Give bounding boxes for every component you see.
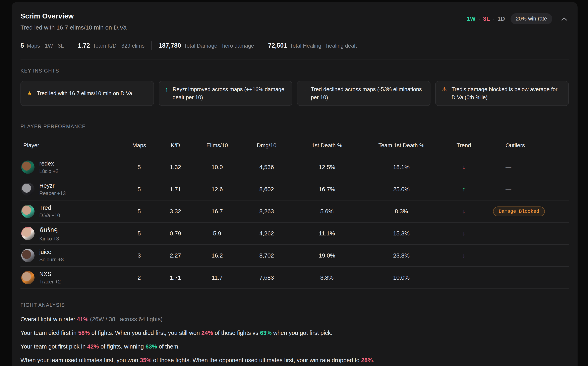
stat-divider <box>261 41 261 50</box>
stat-divider <box>151 41 152 50</box>
insight-text: Tred's damage blocked is below average f… <box>452 85 562 101</box>
player-heroes: Sojourn +8 <box>39 257 64 263</box>
outliers-cell: — <box>485 252 568 259</box>
header-left: Scrim Overview Tred led with 16.7 elims/… <box>21 12 127 31</box>
insight-card-improved: ↑ Reyzr improved across maps (++16% dama… <box>159 81 292 106</box>
dmg10-cell: 4,536 <box>240 164 293 171</box>
player-cell: NXS Tracer +2 <box>21 271 122 285</box>
collapse-chevron-icon[interactable] <box>559 15 569 23</box>
column-header-trend: Trend <box>442 138 485 156</box>
trend-arrow-icon: ↓ <box>442 208 485 215</box>
table-row: ฉันรักคุ Kiriko +3 5 0.79 5.9 4,262 11.1… <box>21 222 569 244</box>
avatar <box>21 227 35 240</box>
dmg10-cell: 8,702 <box>240 252 293 259</box>
elims10-cell: 16.7 <box>194 208 240 215</box>
header-right: 1W · 3L · 1D 20% win rate <box>467 13 569 24</box>
table-row: juice Sojourn +8 3 2.27 16.2 8,702 19.0%… <box>21 244 569 266</box>
maps-cell: 5 <box>122 208 156 215</box>
fight-analysis-section-label: FIGHT ANALYSIS <box>21 302 569 308</box>
team-first-death-cell: 10.0% <box>361 274 442 281</box>
stat-maps-value: 5 <box>21 42 24 49</box>
column-header-kd: K/D <box>156 138 194 156</box>
table-row: Tred D.Va +10 5 3.32 16.7 8,263 5.6% 8.3… <box>21 200 569 222</box>
first-death-cell: 11.1% <box>293 230 361 237</box>
elims10-cell: 5.9 <box>194 230 240 237</box>
maps-cell: 5 <box>122 230 156 237</box>
outliers-cell: — <box>485 274 568 281</box>
outlier-badge: Damage Blocked <box>493 206 545 216</box>
player-heroes: Kiriko +3 <box>39 236 59 242</box>
match-record: 1W · 3L · 1D <box>467 15 505 22</box>
player-heroes: D.Va +10 <box>39 213 60 218</box>
elims10-cell: 12.6 <box>194 186 240 193</box>
kd-cell: 1.71 <box>156 274 194 281</box>
team-first-death-cell: 15.3% <box>361 230 442 237</box>
elims10-cell: 11.7 <box>194 274 240 281</box>
table-row: Reyzr Reaper +13 5 1.71 12.6 8,602 16.7%… <box>21 178 569 200</box>
trend-down-icon: ↓ <box>303 85 306 93</box>
outliers-cell: Damage Blocked <box>485 206 568 216</box>
key-insights-cards: ★ Tred led with 16.7 elims/10 min on D.V… <box>21 81 569 106</box>
fight-analysis: Overall fight win rate: 41% (26W / 38L a… <box>21 315 569 364</box>
stat-maps: 5 Maps · 1W · 3L <box>21 42 64 49</box>
record-losses: 3L <box>483 15 490 22</box>
first-death-cell: 16.7% <box>293 186 361 193</box>
insight-text: Tred declined across maps (-53% eliminat… <box>311 85 424 101</box>
win-rate-badge: 20% win rate <box>511 13 552 24</box>
stat-maps-label: Maps · 1W · 3L <box>27 43 64 49</box>
player-name: ฉันรักคุ <box>39 225 59 234</box>
player-name: redex <box>39 160 59 167</box>
maps-cell: 5 <box>122 164 156 171</box>
trend-arrow-icon: — <box>442 274 485 281</box>
player-cell: juice Sojourn +8 <box>21 249 122 263</box>
insight-text: Reyzr improved across maps (++16% damage… <box>173 85 286 101</box>
record-separator: · <box>493 15 495 22</box>
stat-total-damage: 187,780 Total Damage · hero damage <box>159 42 254 49</box>
column-header-dmg10: Dmg/10 <box>240 138 293 156</box>
stat-total-healing-value: 72,501 <box>268 42 287 49</box>
player-cell: ฉันรักคุ Kiriko +3 <box>21 225 122 242</box>
page-subtitle: Tred led with 16.7 elims/10 min on D.Va <box>21 24 127 31</box>
stat-total-damage-label: Total Damage · hero damage <box>184 43 254 49</box>
team-first-death-cell: 8.3% <box>361 208 442 215</box>
avatar <box>21 271 35 284</box>
dmg10-cell: 4,262 <box>240 230 293 237</box>
key-insights-section-label: KEY INSIGHTS <box>21 68 569 74</box>
trend-arrow-icon: ↑ <box>442 186 485 193</box>
first-death-cell: 3.3% <box>293 274 361 281</box>
kd-cell: 2.27 <box>156 252 194 259</box>
outliers-cell: — <box>485 230 568 237</box>
player-performance-section-label: PLAYER PERFORMANCE <box>21 123 569 129</box>
table-body: redex Lúcio +2 5 1.32 10.0 4,536 12.5% 1… <box>21 156 569 289</box>
stat-total-damage-value: 187,780 <box>159 42 181 49</box>
insight-card-declined: ↓ Tred declined across maps (-53% elimin… <box>297 81 430 106</box>
fight-analysis-line: Your team died first in 58% of fights. W… <box>21 329 569 337</box>
player-heroes: Reaper +13 <box>39 191 66 196</box>
insight-card-top-performer: ★ Tred led with 16.7 elims/10 min on D.V… <box>21 81 154 106</box>
trend-arrow-icon: ↓ <box>442 230 485 237</box>
kd-cell: 0.79 <box>156 230 194 237</box>
player-name: juice <box>39 249 64 255</box>
stat-team-kd: 1.72 Team K/D · 329 elims <box>78 42 145 49</box>
record-draws: 1D <box>498 15 505 22</box>
column-header-player: Player <box>21 138 122 156</box>
stat-team-kd-value: 1.72 <box>78 42 90 49</box>
avatar <box>21 205 35 218</box>
maps-cell: 3 <box>122 252 156 259</box>
record-wins: 1W <box>467 15 476 22</box>
kd-cell: 1.32 <box>156 164 194 171</box>
stat-divider <box>71 41 71 50</box>
player-heroes: Tracer +2 <box>39 279 61 285</box>
table-row: NXS Tracer +2 2 1.71 11.7 7,683 3.3% 10.… <box>21 266 569 289</box>
kd-cell: 3.32 <box>156 208 194 215</box>
dmg10-cell: 8,602 <box>240 186 293 193</box>
stat-total-healing-label: Total Healing · healing dealt <box>290 43 357 49</box>
card-header: Scrim Overview Tred led with 16.7 elims/… <box>21 12 569 31</box>
team-first-death-cell: 25.0% <box>361 186 442 193</box>
player-name: NXS <box>39 271 61 277</box>
player-name: Reyzr <box>39 183 66 189</box>
fight-analysis-line: When your team used ultimates first, you… <box>21 356 569 364</box>
section-divider <box>21 115 569 115</box>
first-death-cell: 12.5% <box>293 164 361 171</box>
page-title: Scrim Overview <box>21 12 127 20</box>
